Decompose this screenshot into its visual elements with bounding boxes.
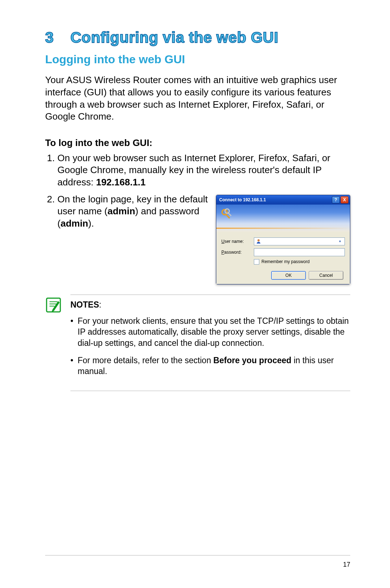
close-button[interactable]: X [341, 196, 348, 203]
username-input[interactable]: ▾ [254, 237, 345, 245]
notes-icon [45, 297, 62, 313]
help-button[interactable]: ? [332, 196, 340, 203]
login-dialog: Connect to 192.168.1.1 ? X User name: [216, 195, 350, 284]
password-label: Password: [221, 250, 254, 255]
step-list: On your web browser such as Internet Exp… [45, 152, 350, 188]
dialog-titlebar[interactable]: Connect to 192.168.1.1 ? X [216, 195, 350, 205]
ok-button[interactable]: OK [271, 271, 306, 280]
person-icon [256, 239, 261, 244]
notes-heading: NOTES: [70, 300, 349, 310]
chapter-number: 3 [45, 29, 70, 46]
step-1: On your web browser such as Internet Exp… [57, 152, 350, 188]
default-ip: 192.168.1.1 [96, 177, 146, 188]
dialog-title: Connect to 192.168.1.1 [219, 197, 331, 202]
svg-point-4 [257, 239, 260, 241]
procedure-heading: To log into the web GUI: [45, 137, 350, 149]
cancel-button[interactable]: Cancel [309, 271, 343, 280]
footer-rule [45, 555, 350, 555]
note-item-1: For your network clients, ensure that yo… [70, 316, 349, 348]
chapter-heading: 3Configuring via the web GUI [45, 29, 350, 46]
notes-panel: NOTES: For your network clients, ensure … [70, 295, 350, 391]
page-number: 17 [343, 561, 350, 568]
remember-label: Remember my password [261, 259, 309, 264]
password-input[interactable] [254, 248, 345, 256]
dialog-banner [216, 205, 350, 232]
keys-icon [220, 207, 234, 222]
username-label: User name: [221, 239, 254, 244]
step-2: On the login page, key in the default us… [57, 193, 209, 229]
section-heading: Logging into the web GUI [45, 53, 350, 66]
chapter-title: Configuring via the web GUI [70, 29, 278, 46]
dropdown-icon[interactable]: ▾ [337, 238, 343, 245]
note-item-2: For more details, refer to the section B… [70, 355, 349, 377]
remember-checkbox[interactable] [254, 259, 259, 265]
intro-paragraph: Your ASUS Wireless Router comes with an … [45, 74, 350, 123]
